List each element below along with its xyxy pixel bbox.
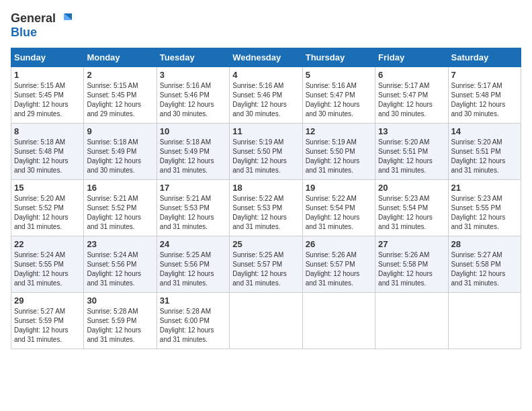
sunset-text: Sunset: 5:55 PM: [451, 203, 518, 213]
sunrise-text: Sunrise: 5:24 AM: [14, 250, 81, 260]
daylight-text: Daylight: 12 hours and 31 minutes.: [232, 269, 299, 288]
calendar-week-3: 15Sunrise: 5:20 AMSunset: 5:52 PMDayligh…: [11, 180, 521, 236]
logo-blue: Blue: [11, 26, 37, 40]
daylight-text: Daylight: 12 hours and 31 minutes.: [306, 213, 372, 232]
daylight-text: Daylight: 12 hours and 31 minutes.: [378, 269, 445, 288]
daylight-text: Daylight: 12 hours and 31 minutes.: [378, 156, 445, 175]
day-number: 10: [160, 126, 226, 136]
sunset-text: Sunset: 5:48 PM: [14, 147, 81, 156]
sunset-text: Sunset: 5:50 PM: [232, 147, 299, 156]
sunset-text: Sunset: 5:49 PM: [87, 147, 153, 156]
sunrise-text: Sunrise: 5:15 AM: [87, 81, 153, 91]
sunset-text: Sunset: 5:58 PM: [451, 260, 518, 269]
calendar-cell: 6Sunrise: 5:17 AMSunset: 5:47 PMDaylight…: [375, 67, 448, 124]
calendar-cell: 21Sunrise: 5:23 AMSunset: 5:55 PMDayligh…: [448, 180, 521, 236]
calendar-cell: 19Sunrise: 5:22 AMSunset: 5:54 PMDayligh…: [302, 180, 375, 236]
calendar-cell: 8Sunrise: 5:18 AMSunset: 5:48 PMDaylight…: [11, 124, 84, 180]
calendar-cell: 1Sunrise: 5:15 AMSunset: 5:45 PMDaylight…: [11, 67, 84, 124]
sunrise-text: Sunrise: 5:26 AM: [378, 250, 445, 260]
calendar-cell: 24Sunrise: 5:25 AMSunset: 5:56 PMDayligh…: [157, 236, 229, 293]
calendar-cell: [302, 293, 375, 349]
calendar-cell: 25Sunrise: 5:25 AMSunset: 5:57 PMDayligh…: [230, 236, 302, 293]
header-saturday: Saturday: [448, 48, 521, 67]
calendar-cell: 27Sunrise: 5:26 AMSunset: 5:58 PMDayligh…: [375, 236, 448, 293]
daylight-text: Daylight: 12 hours and 30 minutes.: [14, 156, 81, 175]
cell-text: Sunrise: 5:28 AMSunset: 6:00 PMDaylight:…: [160, 307, 226, 345]
day-number: 16: [87, 183, 153, 193]
day-number: 6: [378, 70, 445, 80]
sunset-text: Sunset: 5:52 PM: [14, 203, 81, 213]
sunset-text: Sunset: 5:51 PM: [378, 147, 445, 156]
calendar-cell: 14Sunrise: 5:20 AMSunset: 5:51 PMDayligh…: [448, 124, 521, 180]
sunrise-text: Sunrise: 5:18 AM: [14, 138, 81, 147]
calendar-header-row: SundayMondayTuesdayWednesdayThursdayFrid…: [11, 48, 521, 67]
cell-text: Sunrise: 5:23 AMSunset: 5:55 PMDaylight:…: [451, 194, 518, 232]
cell-text: Sunrise: 5:17 AMSunset: 5:47 PMDaylight:…: [378, 81, 445, 119]
calendar-cell: [448, 293, 521, 349]
day-number: 9: [87, 126, 153, 136]
sunrise-text: Sunrise: 5:21 AM: [87, 194, 153, 203]
calendar-cell: 31Sunrise: 5:28 AMSunset: 6:00 PMDayligh…: [157, 293, 229, 349]
calendar-cell: 3Sunrise: 5:16 AMSunset: 5:46 PMDaylight…: [157, 67, 229, 124]
calendar-cell: 13Sunrise: 5:20 AMSunset: 5:51 PMDayligh…: [375, 124, 448, 180]
sunrise-text: Sunrise: 5:18 AM: [87, 138, 153, 147]
calendar-week-1: 1Sunrise: 5:15 AMSunset: 5:45 PMDaylight…: [11, 67, 521, 124]
cell-text: Sunrise: 5:23 AMSunset: 5:54 PMDaylight:…: [378, 194, 445, 232]
sunset-text: Sunset: 5:59 PM: [14, 316, 81, 326]
day-number: 27: [378, 239, 445, 249]
sunrise-text: Sunrise: 5:16 AM: [232, 81, 299, 91]
calendar-cell: 22Sunrise: 5:24 AMSunset: 5:55 PMDayligh…: [11, 236, 84, 293]
cell-text: Sunrise: 5:24 AMSunset: 5:56 PMDaylight:…: [87, 250, 153, 288]
header-thursday: Thursday: [302, 48, 375, 67]
day-number: 7: [451, 70, 518, 80]
page-header: General Blue: [11, 11, 521, 40]
cell-text: Sunrise: 5:24 AMSunset: 5:55 PMDaylight:…: [14, 250, 81, 288]
daylight-text: Daylight: 12 hours and 31 minutes.: [451, 213, 518, 232]
calendar-cell: 4Sunrise: 5:16 AMSunset: 5:46 PMDaylight…: [230, 67, 302, 124]
sunrise-text: Sunrise: 5:16 AM: [160, 81, 226, 91]
sunset-text: Sunset: 5:50 PM: [306, 147, 372, 156]
cell-text: Sunrise: 5:27 AMSunset: 5:58 PMDaylight:…: [451, 250, 518, 288]
daylight-text: Daylight: 12 hours and 31 minutes.: [160, 326, 226, 345]
calendar-table: SundayMondayTuesdayWednesdayThursdayFrid…: [11, 48, 521, 349]
daylight-text: Daylight: 12 hours and 31 minutes.: [14, 326, 81, 345]
calendar-cell: 17Sunrise: 5:21 AMSunset: 5:53 PMDayligh…: [157, 180, 229, 236]
sunrise-text: Sunrise: 5:22 AM: [232, 194, 299, 203]
cell-text: Sunrise: 5:15 AMSunset: 5:45 PMDaylight:…: [14, 81, 81, 119]
daylight-text: Daylight: 12 hours and 31 minutes.: [14, 269, 81, 288]
sunrise-text: Sunrise: 5:20 AM: [378, 138, 445, 147]
sunset-text: Sunset: 5:54 PM: [378, 203, 445, 213]
sunset-text: Sunset: 5:48 PM: [451, 91, 518, 100]
daylight-text: Daylight: 12 hours and 31 minutes.: [232, 156, 299, 175]
calendar-cell: 11Sunrise: 5:19 AMSunset: 5:50 PMDayligh…: [230, 124, 302, 180]
calendar-week-5: 29Sunrise: 5:27 AMSunset: 5:59 PMDayligh…: [11, 293, 521, 349]
sunset-text: Sunset: 5:46 PM: [232, 91, 299, 100]
calendar-cell: 29Sunrise: 5:27 AMSunset: 5:59 PMDayligh…: [11, 293, 84, 349]
cell-text: Sunrise: 5:18 AMSunset: 5:49 PMDaylight:…: [87, 138, 153, 175]
daylight-text: Daylight: 12 hours and 31 minutes.: [160, 269, 226, 288]
calendar-cell: 12Sunrise: 5:19 AMSunset: 5:50 PMDayligh…: [302, 124, 375, 180]
calendar-cell: 28Sunrise: 5:27 AMSunset: 5:58 PMDayligh…: [448, 236, 521, 293]
cell-text: Sunrise: 5:18 AMSunset: 5:48 PMDaylight:…: [14, 138, 81, 175]
sunrise-text: Sunrise: 5:24 AM: [87, 250, 153, 260]
daylight-text: Daylight: 12 hours and 30 minutes.: [451, 100, 518, 119]
sunrise-text: Sunrise: 5:28 AM: [87, 307, 153, 316]
cell-text: Sunrise: 5:18 AMSunset: 5:49 PMDaylight:…: [160, 138, 226, 175]
calendar-cell: 16Sunrise: 5:21 AMSunset: 5:52 PMDayligh…: [84, 180, 157, 236]
cell-text: Sunrise: 5:26 AMSunset: 5:58 PMDaylight:…: [378, 250, 445, 288]
daylight-text: Daylight: 12 hours and 31 minutes.: [14, 213, 81, 232]
day-number: 31: [160, 295, 226, 306]
day-number: 22: [14, 239, 81, 249]
sunset-text: Sunset: 5:54 PM: [306, 203, 372, 213]
sunset-text: Sunset: 5:51 PM: [451, 147, 518, 156]
sunrise-text: Sunrise: 5:19 AM: [232, 138, 299, 147]
cell-text: Sunrise: 5:25 AMSunset: 5:56 PMDaylight:…: [160, 250, 226, 288]
day-number: 23: [87, 239, 153, 249]
calendar-cell: 23Sunrise: 5:24 AMSunset: 5:56 PMDayligh…: [84, 236, 157, 293]
sunrise-text: Sunrise: 5:27 AM: [451, 250, 518, 260]
sunrise-text: Sunrise: 5:26 AM: [306, 250, 372, 260]
sunset-text: Sunset: 5:49 PM: [160, 147, 226, 156]
day-number: 18: [232, 183, 299, 193]
cell-text: Sunrise: 5:19 AMSunset: 5:50 PMDaylight:…: [306, 138, 372, 175]
header-monday: Monday: [84, 48, 157, 67]
